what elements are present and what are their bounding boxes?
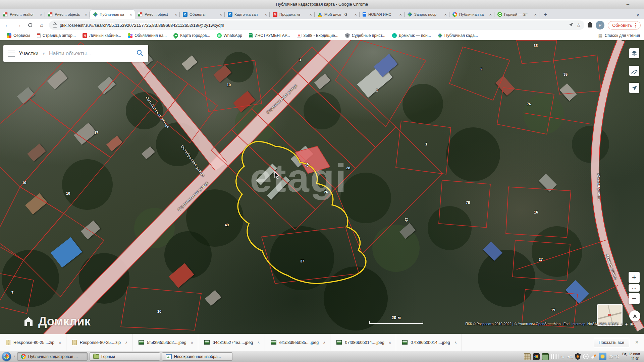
- language-indicator[interactable]: ru: [561, 354, 565, 359]
- cadastral-map-viewport[interactable]: 3101235351776124282610107816492937271019…: [0, 40, 644, 334]
- taskbar-window-button[interactable]: Горный: [90, 352, 160, 361]
- browser-tab[interactable]: Продажа кв×: [270, 10, 315, 19]
- home-button[interactable]: ⌂: [38, 21, 46, 29]
- my-location-button[interactable]: [629, 310, 640, 321]
- bookmark-star-icon[interactable]: ☆: [576, 22, 581, 28]
- reload-button[interactable]: [26, 21, 34, 29]
- browser-tab[interactable]: Мой диск - G×: [315, 10, 360, 19]
- home-glyph-icon[interactable]: ⌂: [621, 322, 623, 326]
- tab-close-icon[interactable]: ×: [129, 12, 133, 17]
- download-item[interactable]: Response-80-25....zip∧: [0, 334, 66, 351]
- download-item[interactable]: d4c8165274ea....jpeg∧: [198, 334, 265, 351]
- minimize-button[interactable]: –: [627, 0, 629, 8]
- diamond-glyph-icon[interactable]: ◈: [625, 322, 628, 326]
- back-button[interactable]: ←: [3, 21, 11, 29]
- browser-tab[interactable]: Публичная ка×: [449, 10, 494, 19]
- taskbar-clock[interactable]: Вт, 12 июл 11:01: [622, 352, 640, 361]
- reading-list-button[interactable]: Список для чтения: [594, 33, 640, 38]
- tab-close-icon[interactable]: ×: [84, 12, 88, 17]
- download-caret-icon[interactable]: ∧: [454, 341, 457, 344]
- search-input[interactable]: Найти объекты...: [49, 51, 132, 57]
- profile-avatar[interactable]: P: [596, 21, 604, 29]
- brush-icon[interactable]: [591, 354, 596, 359]
- layers-button[interactable]: [629, 48, 639, 58]
- start-menu-button[interactable]: [2, 352, 11, 361]
- download-caret-icon[interactable]: ∧: [389, 341, 391, 344]
- browser-tab[interactable]: Объекты×: [180, 10, 225, 19]
- forward-button[interactable]: →: [15, 21, 23, 29]
- zoom-in-button[interactable]: +: [629, 272, 640, 283]
- volume-icon[interactable]: ◄))): [567, 355, 573, 359]
- map-search-panel[interactable]: Участки ∨ Найти объекты...: [3, 45, 148, 62]
- taskbar-window-button[interactable]: Несохранённое изобра...: [162, 352, 232, 361]
- window-tray-icon[interactable]: [542, 353, 549, 360]
- more-menu-icon[interactable]: [635, 25, 636, 26]
- keyboard-tray-icon[interactable]: [551, 354, 558, 359]
- browser-tab[interactable]: Риес :: objects×: [45, 10, 90, 19]
- bookmark-item[interactable]: Карта городов...: [171, 33, 213, 39]
- locate-tool-button[interactable]: [629, 83, 639, 93]
- measure-button[interactable]: [629, 66, 639, 76]
- new-tab-button[interactable]: +: [541, 10, 550, 19]
- browser-tab[interactable]: Публичная ка×: [90, 10, 135, 19]
- search-category-dropdown[interactable]: Участки: [19, 51, 39, 57]
- tab-close-icon[interactable]: ×: [533, 12, 537, 17]
- send-to-devices-icon[interactable]: [569, 22, 574, 28]
- bookmark-item[interactable]: Страница автор...: [34, 33, 78, 39]
- bookmark-item[interactable]: WhatsApp: [214, 33, 245, 39]
- grid-tray-icon[interactable]: [524, 353, 531, 360]
- weather-icon[interactable]: [599, 353, 606, 360]
- bookmark-item[interactable]: Публичная када...: [435, 33, 481, 39]
- shield-icon[interactable]: [575, 353, 581, 360]
- download-item[interactable]: Response-80-25....zip∧: [66, 334, 133, 351]
- bookmark-item[interactable]: 3588 - Входящие...: [294, 33, 341, 39]
- bookmark-item[interactable]: Судебные прист...: [342, 33, 388, 39]
- download-caret-icon[interactable]: ∧: [125, 341, 127, 344]
- tab-close-icon[interactable]: ×: [309, 12, 313, 17]
- download-item[interactable]: 07f386b0b014....jpeg∧: [396, 334, 462, 351]
- zoom-out-button[interactable]: −: [629, 293, 640, 304]
- download-caret-icon[interactable]: ∧: [59, 341, 61, 344]
- tab-close-icon[interactable]: ×: [219, 12, 223, 17]
- bookmark-item[interactable]: Сервисы: [4, 33, 33, 39]
- download-item[interactable]: 07f386b0b014....jpeg∧: [330, 334, 396, 351]
- eye-icon[interactable]: [583, 354, 589, 359]
- menu-icon[interactable]: [8, 51, 15, 57]
- address-bar[interactable]: pkk.rosreestr.ru/#/search/55.11539207215…: [49, 20, 584, 30]
- extension-icon[interactable]: [588, 23, 592, 27]
- tab-overflow-chevron-icon[interactable]: ∨: [636, 13, 639, 17]
- browser-tab[interactable]: Карточка зая×: [225, 10, 270, 19]
- tab-close-icon[interactable]: ×: [443, 12, 447, 17]
- browser-tab[interactable]: Риес :: realtor×: [0, 10, 45, 19]
- browser-tab[interactable]: Запрос поср×: [405, 10, 449, 19]
- search-icon[interactable]: [136, 49, 144, 58]
- show-all-downloads-button[interactable]: Показать все: [594, 338, 629, 347]
- download-caret-icon[interactable]: ∧: [191, 341, 193, 344]
- download-item[interactable]: ef1d3d9ebb35....jpeg∧: [265, 334, 331, 351]
- bookmark-item[interactable]: Личный кабине...: [80, 33, 124, 39]
- bookmark-item[interactable]: Домклик — пои...: [389, 33, 434, 39]
- browser-tab[interactable]: Горный — 2Г×: [494, 10, 539, 19]
- chevron-down-icon[interactable]: ∨: [43, 52, 45, 55]
- fullscreen-glyph-icon[interactable]: ▣: [630, 322, 633, 326]
- tab-close-icon[interactable]: ×: [174, 12, 178, 17]
- download-caret-icon[interactable]: ∧: [257, 341, 260, 344]
- download-item[interactable]: 5f5f393d5fdd2....jpeg∧: [132, 334, 198, 351]
- temperature-label[interactable]: 22 °C: [609, 354, 619, 359]
- tab-close-icon[interactable]: ×: [354, 12, 358, 17]
- tab-close-icon[interactable]: ×: [39, 12, 43, 17]
- zoom-more-button[interactable]: ···: [629, 284, 640, 292]
- chrome-update-button[interactable]: Обновить: [608, 21, 641, 29]
- download-caret-icon[interactable]: ∧: [323, 341, 325, 344]
- browser-tab[interactable]: Риес :: object×: [135, 10, 180, 19]
- tab-close-icon[interactable]: ×: [398, 12, 402, 17]
- close-downloads-icon[interactable]: ×: [635, 339, 639, 346]
- bookmark-item[interactable]: ИНСТРУМЕНТАР...: [246, 33, 293, 39]
- tab-close-icon[interactable]: ×: [488, 12, 492, 17]
- taskbar-window-button[interactable]: Публичная кадастровая ...: [17, 352, 88, 361]
- bookmark-item[interactable]: Объявления на...: [125, 33, 169, 39]
- url-text[interactable]: pkk.rosreestr.ru/#/search/55.11539207215…: [60, 23, 566, 28]
- browser-tab[interactable]: НОВАЯ ИНС×: [360, 10, 405, 19]
- tab-close-icon[interactable]: ×: [264, 12, 268, 17]
- lens-tray-icon[interactable]: [533, 353, 540, 360]
